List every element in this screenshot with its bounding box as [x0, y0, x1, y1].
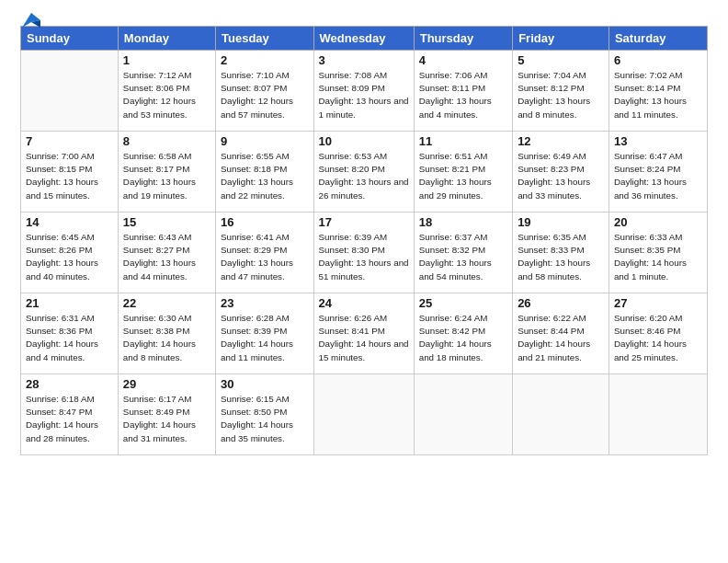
table-row: 4 Sunrise: 7:06 AMSunset: 8:11 PMDayligh… [414, 51, 512, 132]
day-detail: Sunrise: 6:58 AMSunset: 8:17 PMDaylight:… [123, 151, 196, 201]
day-detail: Sunrise: 7:06 AMSunset: 8:11 PMDaylight:… [419, 70, 492, 120]
table-row: 15 Sunrise: 6:43 AMSunset: 8:27 PMDaylig… [118, 213, 215, 293]
day-number: 1 [123, 53, 210, 67]
day-number: 17 [319, 215, 409, 229]
table-row: 11 Sunrise: 6:51 AMSunset: 8:21 PMDaylig… [414, 132, 512, 213]
day-number: 26 [518, 296, 604, 310]
day-detail: Sunrise: 7:08 AMSunset: 8:09 PMDaylight:… [319, 70, 409, 120]
day-number: 20 [614, 215, 702, 229]
table-row: 17 Sunrise: 6:39 AMSunset: 8:30 PMDaylig… [313, 213, 414, 293]
day-number: 21 [26, 296, 113, 310]
day-number: 14 [26, 215, 113, 229]
table-row: 25 Sunrise: 6:24 AMSunset: 8:42 PMDaylig… [414, 293, 512, 374]
col-monday: Monday [118, 27, 215, 51]
table-row: 1 Sunrise: 7:12 AMSunset: 8:06 PMDayligh… [118, 51, 215, 132]
table-row: 7 Sunrise: 7:00 AMSunset: 8:15 PMDayligh… [21, 132, 119, 213]
day-detail: Sunrise: 6:18 AMSunset: 8:47 PMDaylight:… [26, 394, 98, 443]
day-detail: Sunrise: 6:30 AMSunset: 8:38 PMDaylight:… [123, 313, 196, 362]
day-number: 25 [419, 296, 507, 310]
day-number: 4 [419, 53, 507, 67]
day-detail: Sunrise: 6:33 AMSunset: 8:35 PMDaylight:… [614, 232, 687, 282]
day-number: 27 [614, 296, 702, 310]
table-row: 2 Sunrise: 7:10 AMSunset: 8:07 PMDayligh… [216, 51, 314, 132]
table-row: 28 Sunrise: 6:18 AMSunset: 8:47 PMDaylig… [21, 374, 119, 455]
day-detail: Sunrise: 6:47 AMSunset: 8:24 PMDaylight:… [614, 151, 687, 201]
table-row: 22 Sunrise: 6:30 AMSunset: 8:38 PMDaylig… [118, 293, 215, 374]
table-row: 19 Sunrise: 6:35 AMSunset: 8:33 PMDaylig… [513, 213, 609, 293]
day-number: 15 [123, 215, 210, 229]
table-row: 9 Sunrise: 6:55 AMSunset: 8:18 PMDayligh… [216, 132, 314, 213]
day-detail: Sunrise: 7:00 AMSunset: 8:15 PMDaylight:… [26, 151, 98, 201]
table-row [513, 374, 609, 455]
day-detail: Sunrise: 6:37 AMSunset: 8:32 PMDaylight:… [419, 232, 492, 282]
table-row [414, 374, 512, 455]
day-detail: Sunrise: 6:28 AMSunset: 8:39 PMDaylight:… [221, 313, 293, 362]
day-detail: Sunrise: 6:39 AMSunset: 8:30 PMDaylight:… [319, 232, 409, 282]
table-row: 14 Sunrise: 6:45 AMSunset: 8:26 PMDaylig… [21, 213, 119, 293]
calendar-header-row: Sunday Monday Tuesday Wednesday Thursday… [21, 27, 708, 51]
day-detail: Sunrise: 6:17 AMSunset: 8:49 PMDaylight:… [123, 394, 196, 443]
table-row: 8 Sunrise: 6:58 AMSunset: 8:17 PMDayligh… [118, 132, 215, 213]
table-row [21, 51, 119, 132]
day-number: 16 [221, 215, 309, 229]
table-row: 12 Sunrise: 6:49 AMSunset: 8:23 PMDaylig… [513, 132, 609, 213]
day-number: 8 [123, 134, 210, 148]
day-detail: Sunrise: 7:10 AMSunset: 8:07 PMDaylight:… [221, 70, 293, 120]
table-row: 27 Sunrise: 6:20 AMSunset: 8:46 PMDaylig… [609, 293, 707, 374]
col-wednesday: Wednesday [313, 27, 414, 51]
col-saturday: Saturday [609, 27, 707, 51]
day-number: 18 [419, 215, 507, 229]
day-number: 10 [319, 134, 409, 148]
logo-icon [22, 13, 40, 28]
calendar-week-row: 7 Sunrise: 7:00 AMSunset: 8:15 PMDayligh… [21, 132, 708, 213]
day-detail: Sunrise: 7:02 AMSunset: 8:14 PMDaylight:… [614, 70, 687, 120]
day-detail: Sunrise: 6:31 AMSunset: 8:36 PMDaylight:… [26, 313, 98, 362]
table-row: 30 Sunrise: 6:15 AMSunset: 8:50 PMDaylig… [216, 374, 314, 455]
calendar-table: Sunday Monday Tuesday Wednesday Thursday… [20, 26, 708, 455]
table-row: 20 Sunrise: 6:33 AMSunset: 8:35 PMDaylig… [609, 213, 707, 293]
day-number: 28 [26, 377, 113, 391]
day-detail: Sunrise: 6:49 AMSunset: 8:23 PMDaylight:… [518, 151, 590, 201]
table-row: 21 Sunrise: 6:31 AMSunset: 8:36 PMDaylig… [21, 293, 119, 374]
day-detail: Sunrise: 6:45 AMSunset: 8:26 PMDaylight:… [26, 232, 98, 282]
day-number: 30 [221, 377, 309, 391]
day-detail: Sunrise: 6:51 AMSunset: 8:21 PMDaylight:… [419, 151, 492, 201]
day-detail: Sunrise: 6:26 AMSunset: 8:41 PMDaylight:… [319, 313, 409, 362]
day-detail: Sunrise: 6:53 AMSunset: 8:20 PMDaylight:… [319, 151, 409, 201]
calendar-week-row: 21 Sunrise: 6:31 AMSunset: 8:36 PMDaylig… [21, 293, 708, 374]
calendar-week-row: 14 Sunrise: 6:45 AMSunset: 8:26 PMDaylig… [21, 213, 708, 293]
day-number: 3 [319, 53, 409, 67]
table-row: 18 Sunrise: 6:37 AMSunset: 8:32 PMDaylig… [414, 213, 512, 293]
day-number: 11 [419, 134, 507, 148]
table-row: 26 Sunrise: 6:22 AMSunset: 8:44 PMDaylig… [513, 293, 609, 374]
table-row [313, 374, 414, 455]
table-row: 5 Sunrise: 7:04 AMSunset: 8:12 PMDayligh… [513, 51, 609, 132]
table-row [609, 374, 707, 455]
day-detail: Sunrise: 6:22 AMSunset: 8:44 PMDaylight:… [518, 313, 590, 362]
table-row: 23 Sunrise: 6:28 AMSunset: 8:39 PMDaylig… [216, 293, 314, 374]
table-row: 10 Sunrise: 6:53 AMSunset: 8:20 PMDaylig… [313, 132, 414, 213]
day-number: 13 [614, 134, 702, 148]
day-detail: Sunrise: 6:15 AMSunset: 8:50 PMDaylight:… [221, 394, 293, 443]
day-number: 19 [518, 215, 604, 229]
col-friday: Friday [513, 27, 609, 51]
day-detail: Sunrise: 6:24 AMSunset: 8:42 PMDaylight:… [419, 313, 492, 362]
day-detail: Sunrise: 7:04 AMSunset: 8:12 PMDaylight:… [518, 70, 590, 120]
table-row: 3 Sunrise: 7:08 AMSunset: 8:09 PMDayligh… [313, 51, 414, 132]
day-number: 24 [319, 296, 409, 310]
day-number: 9 [221, 134, 309, 148]
table-row: 6 Sunrise: 7:02 AMSunset: 8:14 PMDayligh… [609, 51, 707, 132]
day-number: 7 [26, 134, 113, 148]
calendar-week-row: 1 Sunrise: 7:12 AMSunset: 8:06 PMDayligh… [21, 51, 708, 132]
calendar-week-row: 28 Sunrise: 6:18 AMSunset: 8:47 PMDaylig… [21, 374, 708, 455]
day-detail: Sunrise: 6:41 AMSunset: 8:29 PMDaylight:… [221, 232, 293, 282]
day-detail: Sunrise: 6:55 AMSunset: 8:18 PMDaylight:… [221, 151, 293, 201]
day-number: 23 [221, 296, 309, 310]
day-number: 6 [614, 53, 702, 67]
day-detail: Sunrise: 7:12 AMSunset: 8:06 PMDaylight:… [123, 70, 196, 120]
day-detail: Sunrise: 6:43 AMSunset: 8:27 PMDaylight:… [123, 232, 196, 282]
table-row: 29 Sunrise: 6:17 AMSunset: 8:49 PMDaylig… [118, 374, 215, 455]
col-sunday: Sunday [21, 27, 119, 51]
col-tuesday: Tuesday [216, 27, 314, 51]
col-thursday: Thursday [414, 27, 512, 51]
